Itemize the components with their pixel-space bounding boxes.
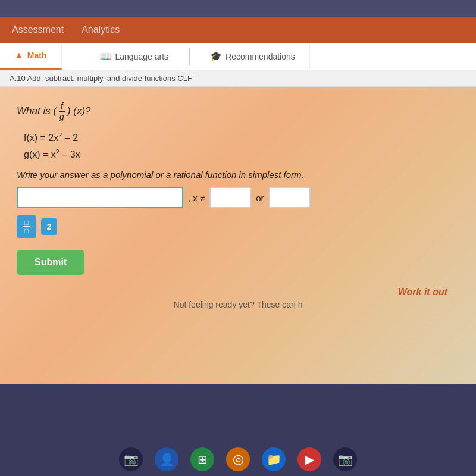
g-rest: – 3x bbox=[60, 149, 80, 159]
browser-bar bbox=[0, 0, 476, 17]
vertical-divider bbox=[189, 48, 190, 65]
taskbar: 📷 👤 ⊞ ◎ 📁 ▶ 📷 bbox=[0, 443, 476, 476]
work-it-out-subtitle: Not feeling ready yet? These can h bbox=[17, 300, 459, 309]
taskbar-youtube-icon[interactable]: ▶ bbox=[298, 447, 321, 471]
subject-tab-language-arts[interactable]: 📖 Language arts bbox=[86, 43, 184, 70]
toolbar-row: □ □ 2 bbox=[17, 215, 459, 238]
taskbar-grid-icon[interactable]: ⊞ bbox=[190, 447, 214, 471]
f-label: f(x) = 2x bbox=[24, 133, 58, 143]
work-it-out-title[interactable]: Work it out bbox=[17, 275, 459, 300]
subject-tab-math[interactable]: ▲ Math bbox=[0, 43, 62, 70]
function-g: g(x) = x2 – 3x bbox=[24, 148, 459, 160]
math-label: Math bbox=[27, 51, 47, 60]
fraction-btn-bot: □ bbox=[23, 227, 30, 234]
recommendations-label: Recommendations bbox=[226, 52, 295, 61]
submit-button[interactable]: Submit bbox=[17, 250, 84, 275]
fraction-btn-top: □ bbox=[23, 219, 30, 227]
nav-tabs: Assessment Analytics bbox=[0, 17, 476, 43]
or-value-input[interactable] bbox=[269, 187, 311, 208]
g-label: g(x) = x bbox=[24, 149, 56, 159]
instructions: Write your answer as a polynomial or a r… bbox=[17, 170, 459, 180]
nav-tab-analytics[interactable]: Analytics bbox=[82, 18, 120, 41]
taskbar-chrome-icon[interactable]: ◎ bbox=[226, 447, 250, 471]
main-content: What is ( f g ) (x)? f(x) = 2x2 – 2 g(x)… bbox=[0, 87, 476, 384]
x-neq-label: , x ≠ bbox=[188, 193, 205, 203]
subject-tab-recommendations[interactable]: 🎓 Recommendations bbox=[196, 43, 310, 70]
taskbar-folder-icon[interactable]: 📁 bbox=[262, 447, 286, 471]
fraction-button[interactable]: □ □ bbox=[17, 215, 36, 238]
taskbar-camera-icon[interactable]: 📷 bbox=[119, 447, 143, 471]
breadcrumb: A.10 Add, subtract, multiply, and divide… bbox=[0, 70, 476, 87]
x-value-input[interactable] bbox=[209, 187, 251, 208]
taskbar-person-icon[interactable]: 👤 bbox=[155, 447, 178, 471]
number-button[interactable]: 2 bbox=[41, 218, 58, 235]
function-f: f(x) = 2x2 – 2 bbox=[24, 131, 459, 143]
taskbar-photos-icon[interactable]: 📷 bbox=[333, 447, 357, 471]
subject-bar: ▲ Math 📖 Language arts 🎓 Recommendations bbox=[0, 43, 476, 70]
answer-row: , x ≠ or bbox=[17, 187, 459, 208]
question-prompt: What is ( f g ) (x)? bbox=[17, 101, 459, 122]
recommendations-icon: 🎓 bbox=[210, 51, 222, 62]
nav-tab-assessment[interactable]: Assessment bbox=[12, 18, 64, 41]
fraction-denominator: g bbox=[58, 112, 66, 122]
math-icon: ▲ bbox=[14, 50, 24, 61]
or-label: or bbox=[256, 193, 264, 203]
language-arts-icon: 📖 bbox=[100, 51, 112, 62]
answer-input[interactable] bbox=[17, 187, 183, 208]
language-arts-label: Language arts bbox=[115, 52, 169, 61]
prompt-text: What is bbox=[17, 105, 51, 117]
fraction-display: f g bbox=[58, 101, 66, 122]
f-rest: – 2 bbox=[62, 133, 78, 143]
prompt-suffix: (x)? bbox=[73, 105, 90, 117]
fraction-numerator: f bbox=[59, 101, 65, 112]
